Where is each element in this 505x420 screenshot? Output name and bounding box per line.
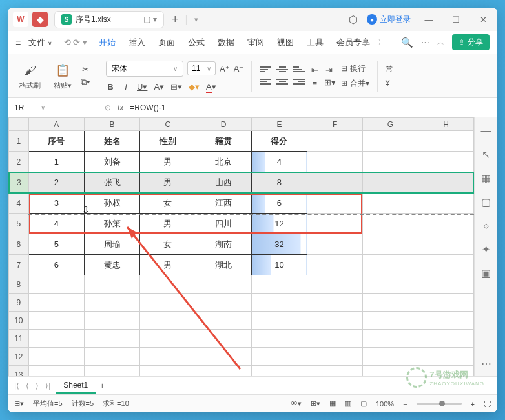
- col-header-H[interactable]: H: [418, 118, 473, 131]
- sheet-tab-1[interactable]: Sheet1: [56, 378, 96, 394]
- cell[interactable]: 1: [28, 152, 84, 172]
- cell[interactable]: 周瑜: [84, 234, 139, 255]
- menu-member[interactable]: 会员专享: [331, 34, 375, 51]
- cell[interactable]: 10: [251, 255, 307, 275]
- justify-icon[interactable]: ≡: [310, 77, 319, 87]
- panel-more-icon[interactable]: ⋯: [481, 357, 491, 370]
- zoom-slider[interactable]: [417, 403, 462, 405]
- menu-view[interactable]: 视图: [272, 34, 299, 51]
- col-header-C[interactable]: C: [140, 118, 196, 131]
- cell[interactable]: 女: [140, 234, 196, 255]
- close-button[interactable]: ✕: [474, 15, 492, 25]
- login-button[interactable]: ● 立即登录: [367, 14, 411, 25]
- new-tab-button[interactable]: +: [172, 13, 179, 26]
- spreadsheet-grid[interactable]: A B C D E F G H 1 序号 姓名 性别 籍贯 得分 2: [8, 117, 474, 376]
- row-header[interactable]: 9: [9, 294, 29, 312]
- col-header-D[interactable]: D: [196, 118, 251, 131]
- menu-tools[interactable]: 工具: [302, 34, 329, 51]
- cell[interactable]: 5: [28, 234, 84, 255]
- number-format-button[interactable]: 常: [386, 64, 393, 75]
- cell[interactable]: 男: [140, 152, 196, 172]
- menu-history[interactable]: ⟲ ⟳ ▾: [64, 37, 87, 47]
- view-page-icon[interactable]: ▥: [345, 399, 351, 408]
- merge-cells-button[interactable]: ⊞ 合并▾: [341, 78, 369, 89]
- search-icon[interactable]: 🔍: [401, 37, 413, 48]
- cell[interactable]: 男: [140, 214, 196, 234]
- panel-book-icon[interactable]: ▣: [481, 267, 491, 279]
- cell[interactable]: 四川: [196, 214, 251, 234]
- formula-expand-icon[interactable]: ⊙: [105, 103, 111, 112]
- cell[interactable]: 得分: [251, 131, 307, 152]
- minimize-button[interactable]: —: [420, 15, 438, 25]
- tab-menu-dropdown[interactable]: ▾: [194, 15, 198, 24]
- panel-minimize-icon[interactable]: —: [481, 125, 491, 137]
- menu-review[interactable]: 审阅: [242, 34, 269, 51]
- sheet-nav-next[interactable]: ⟩: [34, 381, 40, 390]
- row-header-selected[interactable]: 3: [9, 172, 29, 193]
- cell[interactable]: 6: [251, 193, 307, 214]
- menu-more-icon[interactable]: ⋯: [421, 37, 429, 47]
- cell[interactable]: 12: [251, 214, 307, 234]
- sheet-nav-last[interactable]: ⟩|: [44, 381, 52, 390]
- menu-data[interactable]: 数据: [212, 34, 240, 51]
- align-center-icon[interactable]: [276, 77, 288, 86]
- sheet-nav-prev[interactable]: ⟨: [25, 381, 30, 390]
- cell[interactable]: 6: [28, 255, 84, 275]
- cell-ref-dropdown-icon[interactable]: ∨: [41, 104, 45, 111]
- panel-tools-icon[interactable]: ✦: [482, 243, 490, 255]
- decrease-font-icon[interactable]: A⁻: [234, 64, 244, 74]
- status-eye-icon[interactable]: 👁▾: [291, 399, 302, 408]
- cell[interactable]: 山西: [196, 172, 251, 193]
- cell[interactable]: 男: [140, 255, 196, 275]
- col-header-A[interactable]: A: [28, 118, 84, 131]
- panel-cursor-icon[interactable]: ↖: [482, 148, 490, 161]
- orientation-icon[interactable]: ⊞▾: [324, 77, 336, 87]
- menu-file[interactable]: 文件 ∨: [23, 34, 57, 51]
- font-name-select[interactable]: 宋体∨: [106, 61, 183, 77]
- zoom-in-button[interactable]: +: [471, 400, 475, 408]
- cell[interactable]: 姓名: [84, 131, 139, 152]
- format-painter-group[interactable]: 🖌 格式刷: [15, 61, 45, 90]
- col-header-E[interactable]: E: [251, 118, 307, 131]
- collapse-ribbon-icon[interactable]: ︿: [437, 37, 444, 47]
- zoom-out-button[interactable]: −: [403, 400, 407, 408]
- row-header[interactable]: 11: [9, 330, 29, 348]
- align-left-icon[interactable]: [260, 77, 271, 86]
- copy-icon[interactable]: ⧉▾: [81, 77, 90, 87]
- sheet-nav-first[interactable]: |⟨: [13, 381, 21, 390]
- cell[interactable]: 2: [28, 172, 84, 193]
- align-top-icon[interactable]: [260, 65, 271, 74]
- hamburger-icon[interactable]: ≡: [15, 37, 21, 48]
- panel-apps-icon[interactable]: ▦: [481, 172, 491, 185]
- currency-button[interactable]: ¥: [386, 79, 393, 88]
- menu-scroll-right[interactable]: 〉: [378, 37, 385, 47]
- wrap-text-button[interactable]: ⊟ 换行: [341, 63, 369, 74]
- row-header[interactable]: 1: [9, 131, 29, 152]
- view-reader-icon[interactable]: ▢: [360, 399, 367, 408]
- status-mode-icon[interactable]: ⊞▾: [14, 399, 24, 408]
- fill-color-button[interactable]: ◆▾: [189, 82, 200, 92]
- increase-font-icon[interactable]: A⁺: [220, 64, 230, 74]
- cell[interactable]: 北京: [196, 152, 251, 172]
- row-header[interactable]: 12: [9, 348, 29, 366]
- bold-button[interactable]: B: [106, 82, 115, 92]
- status-grid-icon[interactable]: ⊞▾: [311, 399, 320, 408]
- cell[interactable]: 女: [140, 193, 196, 214]
- row-header[interactable]: 2: [9, 152, 29, 172]
- cell[interactable]: 4: [28, 214, 84, 234]
- cut-icon[interactable]: ✂: [81, 65, 90, 74]
- cell[interactable]: 3: [28, 193, 84, 214]
- row-header[interactable]: 13: [9, 366, 29, 377]
- menu-page[interactable]: 页面: [153, 34, 180, 51]
- view-normal-icon[interactable]: ▦: [329, 399, 336, 408]
- col-header-F[interactable]: F: [307, 118, 363, 131]
- font-color-button[interactable]: A▾: [206, 82, 216, 92]
- underline-button[interactable]: U▾: [137, 82, 147, 92]
- row-header[interactable]: 10: [9, 312, 29, 330]
- formula-input[interactable]: =ROW()-1: [130, 103, 165, 112]
- tab-monitor-icon[interactable]: ▢: [143, 15, 150, 24]
- row-header[interactable]: 4: [9, 193, 29, 214]
- cell[interactable]: 男: [140, 172, 196, 193]
- cell[interactable]: 黄忠: [84, 255, 139, 275]
- cell[interactable]: 孙权: [84, 193, 139, 214]
